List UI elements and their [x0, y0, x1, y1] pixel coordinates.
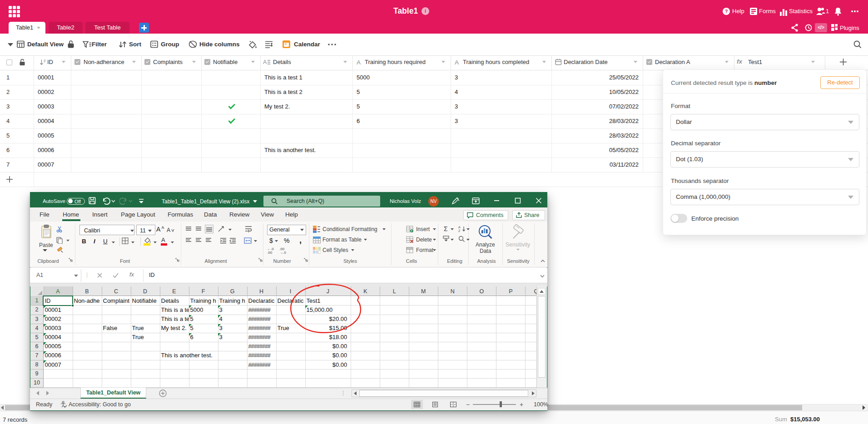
svg-text:A: A — [357, 59, 361, 66]
svg-text:A: A — [458, 226, 461, 229]
svg-text:?: ? — [725, 9, 728, 14]
svg-text:A: A — [263, 59, 267, 65]
svg-text:Z: Z — [458, 229, 461, 232]
svg-text:A: A — [455, 59, 459, 66]
